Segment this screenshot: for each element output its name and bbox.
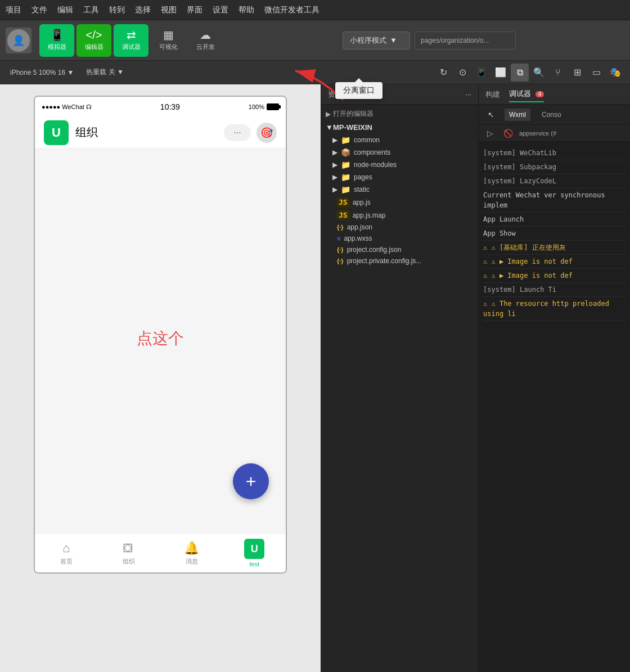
menu-item-help[interactable]: 帮助: [238, 5, 254, 15]
org-icon: U: [44, 120, 69, 145]
folder-label-common: common: [354, 136, 380, 144]
folder-pages[interactable]: ▶ 📁 pages: [321, 171, 478, 183]
phone-status-left: ●●●●● WeChat ☊: [42, 103, 92, 111]
wxss-file-icon: ≡: [337, 235, 340, 242]
debugger-icon: ⇄: [127, 29, 136, 40]
phone-status-time: 10:39: [160, 102, 180, 111]
device-label: iPhone 5 100% 16 ▼: [10, 69, 74, 76]
debugger-panel: 构建 调试器 4 ↖ Wxml Conso ▷ 🚫 appservice (# …: [478, 84, 630, 672]
file-app-js-map[interactable]: JS app.js.map: [321, 209, 478, 222]
file-app-json[interactable]: {·} app.json: [321, 222, 478, 233]
menu-item-file[interactable]: 文件: [32, 5, 47, 15]
file-app-js[interactable]: JS app.js: [321, 196, 478, 209]
console-text: [system] Launch Ti: [483, 286, 556, 294]
editor-button[interactable]: </> 编辑器: [76, 24, 111, 57]
tab-debugger[interactable]: 调试器 4: [509, 87, 544, 102]
explorer-more-icon[interactable]: ···: [465, 90, 471, 98]
file-project-config[interactable]: {·} project.config.json: [321, 244, 478, 255]
tab-console[interactable]: Conso: [537, 109, 566, 121]
tab-wxml-label: Wxml: [509, 111, 526, 119]
json-file-icon-3: {·}: [337, 258, 344, 264]
console-text: ⚠ [基础库] 正在使用灰: [491, 243, 565, 251]
click-hint: 点这个: [137, 328, 184, 349]
chevron-right-icon: ▶: [332, 186, 338, 193]
search-icon[interactable]: 🔍: [530, 64, 548, 82]
console-line: Current Wechat ver synchronous implem: [483, 188, 626, 213]
menu-item-tools[interactable]: 工具: [83, 5, 99, 15]
tooltip-text: 分离窗口: [343, 85, 375, 94]
folder-icon-components: 📦: [341, 148, 350, 157]
folder-icon-common: 📁: [341, 136, 350, 145]
fab-button[interactable]: +: [233, 463, 269, 499]
tab-build[interactable]: 构建: [485, 87, 500, 102]
menu-item-settings[interactable]: 设置: [213, 5, 228, 15]
debugger-tabs: 构建 调试器 4: [479, 84, 630, 105]
tab-wxml[interactable]: Wxml: [505, 109, 530, 121]
open-editors-header[interactable]: ▶ 打开的编辑器: [321, 107, 478, 121]
nav-item-home[interactable]: ⌂ 首页: [35, 541, 98, 566]
menu-item-ui[interactable]: 界面: [187, 5, 202, 15]
appservice-label: appservice (#: [519, 130, 556, 137]
debugger-button[interactable]: ⇄ 调试器: [114, 24, 148, 57]
menu-item-view[interactable]: 视图: [161, 5, 177, 15]
org-title: 组织: [75, 125, 98, 140]
camera-button[interactable]: 🎯: [256, 123, 277, 143]
folder-components[interactable]: ▶ 📦 components: [321, 146, 478, 159]
nav-label-org: 组织: [123, 557, 135, 566]
nav-item-messages[interactable]: 🔔 消息: [160, 541, 223, 566]
cursor-tool-icon[interactable]: ↖: [484, 108, 498, 121]
cloud-button[interactable]: ☁ 云开发: [188, 24, 223, 57]
folder-label-node-modules: node-modules: [354, 161, 397, 169]
visualize-button[interactable]: ▦ 可视化: [151, 24, 186, 57]
refresh-icon[interactable]: ↻: [434, 64, 452, 82]
avatar-image: 👤: [7, 29, 30, 52]
chevron-right-icon: ▶: [332, 136, 338, 144]
json-file-icon: {·}: [337, 224, 344, 231]
menu-item-edit[interactable]: 编辑: [57, 5, 73, 15]
menu-item-devtools[interactable]: 微信开发者工具: [264, 5, 320, 15]
nav-item-test[interactable]: U test: [223, 539, 286, 567]
folder-static[interactable]: ▶ 📁 static: [321, 183, 478, 196]
block-icon[interactable]: 🚫: [501, 127, 515, 140]
folder-node-modules[interactable]: ▶ 📁 node-modules: [321, 159, 478, 171]
phone-status-right: 100%: [249, 103, 279, 110]
more-button[interactable]: ···: [224, 124, 251, 141]
file-project-private-config[interactable]: {·} project.private.config.js...: [321, 255, 478, 267]
grid-icon[interactable]: ⊞: [568, 64, 586, 82]
tablet-icon[interactable]: ⬜: [492, 64, 510, 82]
phone-icon[interactable]: 📱: [472, 64, 490, 82]
menu-item-project[interactable]: 项目: [6, 5, 21, 15]
nav-item-org[interactable]: ⛋ 组织: [98, 541, 161, 566]
hotreload-button[interactable]: 热重载 关 ▼: [82, 66, 128, 79]
console-text: ⚠ ▶ Image is not def: [491, 272, 573, 279]
explorer-panel: 资源管理器 ··· ▶ 打开的编辑器 ▼ MP-WEIXIN ▶ 📁 commo…: [321, 84, 478, 672]
debugger-toolbar: ▷ 🚫 appservice (#: [479, 125, 630, 142]
play-icon[interactable]: ▷: [483, 127, 497, 140]
device-selector[interactable]: iPhone 5 100% 16 ▼: [6, 67, 78, 78]
file-label-app-wxss: app.wxss: [344, 234, 372, 242]
deploy-icon[interactable]: 🎭: [606, 64, 624, 82]
simulator-button[interactable]: 📱 模拟器: [39, 24, 74, 57]
stop-icon[interactable]: ⊙: [453, 64, 471, 82]
menu-item-select[interactable]: 选择: [135, 5, 151, 15]
mp-weixin-root[interactable]: ▼ MP-WEIXIN: [321, 121, 478, 134]
toolbar-buttons: 📱 模拟器 </> 编辑器 ⇄ 调试器 ▦ 可视化 ☁ 云开发: [39, 24, 223, 57]
git-icon[interactable]: ⑂: [549, 64, 567, 82]
folder-label-components: components: [354, 148, 390, 156]
phone-content: 点这个 +: [35, 148, 286, 533]
test-nav-icon: U: [244, 539, 264, 559]
menu-item-goto[interactable]: 转到: [109, 5, 125, 15]
console-line: [system] LazyCodeL: [483, 174, 626, 188]
tab-console-label: Conso: [542, 111, 561, 119]
folder-common[interactable]: ▶ 📁 common: [321, 134, 478, 146]
console-text: ⚠ ▶ Image is not def: [491, 258, 573, 265]
chevron-down-icon: ▼: [390, 36, 397, 44]
split-window-icon[interactable]: ⧉: [511, 64, 529, 82]
file-label-app-js-map: app.js.map: [353, 211, 386, 219]
mode-dropdown[interactable]: 小程序模式 ▼: [343, 31, 410, 49]
folder-icon-pages: 📁: [341, 173, 350, 182]
panel-icon[interactable]: ▭: [587, 64, 605, 82]
file-app-wxss[interactable]: ≡ app.wxss: [321, 233, 478, 244]
app-header-right: ··· 🎯: [224, 123, 277, 143]
debugger-inner-tabs: ↖ Wxml Conso: [479, 105, 630, 125]
